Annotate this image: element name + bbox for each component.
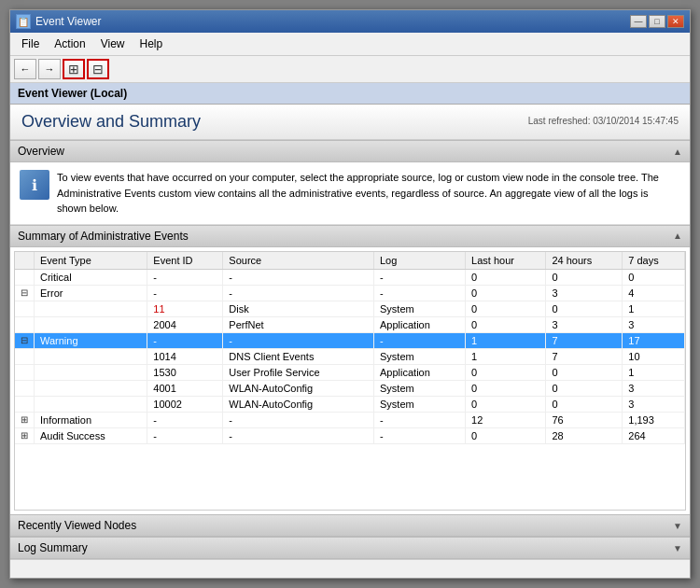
event-type-cell: Critical — [35, 269, 147, 285]
back-button[interactable]: ← — [14, 59, 36, 79]
d7-cell: 3 — [623, 396, 685, 412]
event-id-cell: 4001 — [147, 380, 223, 396]
source-cell: - — [223, 269, 374, 285]
log-cell: - — [374, 412, 466, 427]
event-type-cell — [35, 301, 147, 316]
last-hour-cell: 1 — [466, 332, 546, 348]
title-bar: 📋 Event Viewer — □ ✕ — [10, 10, 690, 33]
table-row[interactable]: 10002 WLAN-AutoConfig System 0 0 3 — [15, 396, 685, 412]
table-row[interactable]: Critical - - - 0 0 0 — [15, 269, 685, 285]
table-row[interactable]: ⊟ Error - - - 0 3 4 — [15, 285, 685, 301]
overview-collapse-icon[interactable]: ▲ — [673, 147, 682, 157]
view-toggle-button-2[interactable]: ⊟ — [87, 59, 109, 79]
h24-cell: 28 — [546, 427, 623, 443]
expand-cell — [15, 380, 35, 396]
menu-view[interactable]: View — [93, 35, 133, 53]
overview-icon: ℹ — [20, 170, 49, 200]
last-hour-cell: 1 — [466, 348, 546, 364]
event-type-cell: Warning — [35, 332, 147, 348]
last-hour-cell: 0 — [466, 285, 546, 301]
main-area: Overview and Summary Last refreshed: 03/… — [10, 105, 690, 559]
forward-button[interactable]: → — [38, 59, 61, 79]
expand-cell: ⊟ — [15, 285, 35, 301]
close-button[interactable]: ✕ — [667, 15, 684, 28]
minimize-button[interactable]: — — [630, 15, 647, 28]
summary-section-label: Summary of Administrative Events — [18, 230, 189, 243]
table-row[interactable]: 11 Disk System 0 0 1 — [15, 301, 685, 316]
event-id-cell: 10002 — [147, 396, 223, 412]
col-event-type: Event Type — [35, 252, 147, 270]
expand-cell — [15, 316, 35, 332]
h24-cell: 3 — [546, 316, 623, 332]
last-hour-cell: 0 — [466, 380, 546, 396]
event-type-cell — [35, 380, 147, 396]
recently-viewed-collapse-icon[interactable]: ▼ — [673, 521, 682, 531]
status-bar — [10, 559, 690, 578]
h24-cell: 7 — [546, 332, 623, 348]
log-cell: - — [374, 332, 466, 348]
h24-cell: 76 — [546, 412, 623, 427]
d7-cell: 4 — [623, 285, 685, 301]
expand-cell — [15, 269, 35, 285]
log-cell: System — [374, 348, 466, 364]
summary-collapse-icon[interactable]: ▲ — [673, 231, 682, 241]
menu-file[interactable]: File — [14, 35, 47, 53]
main-window: 📋 Event Viewer — □ ✕ File Action View He… — [9, 9, 691, 579]
last-hour-cell: 0 — [466, 316, 546, 332]
table-wrapper[interactable]: Event Type Event ID Source Log Last hour… — [14, 251, 686, 511]
log-summary-collapse-icon[interactable]: ▼ — [673, 543, 682, 553]
log-summary-section-header[interactable]: Log Summary ▼ — [10, 537, 690, 559]
col-source: Source — [223, 252, 374, 270]
last-hour-cell: 0 — [466, 427, 546, 443]
d7-cell: 17 — [623, 332, 685, 348]
summary-section-header[interactable]: Summary of Administrative Events ▲ — [10, 225, 690, 247]
d7-cell: 264 — [623, 427, 685, 443]
event-id-cell: - — [147, 285, 223, 301]
window-icon: 📋 — [16, 14, 31, 29]
menu-help[interactable]: Help — [133, 35, 171, 53]
expand-cell: ⊞ — [15, 427, 35, 443]
overview-text: To view events that have occurred on you… — [57, 170, 680, 217]
expand-cell — [15, 348, 35, 364]
overview-section-label: Overview — [18, 145, 64, 158]
log-cell: Application — [374, 364, 466, 380]
d7-cell: 3 — [623, 380, 685, 396]
source-cell: - — [223, 332, 374, 348]
source-cell: - — [223, 427, 374, 443]
content-area: Overview and Summary Last refreshed: 03/… — [10, 105, 690, 559]
expand-cell — [15, 396, 35, 412]
table-row[interactable]: ⊟ Warning - - - 1 7 17 — [15, 332, 685, 348]
event-id-cell: 1014 — [147, 348, 223, 364]
col-expand — [15, 252, 35, 270]
last-hour-cell: 0 — [466, 269, 546, 285]
expand-cell — [15, 364, 35, 380]
table-row[interactable]: 1530 User Profile Service Application 0 … — [15, 364, 685, 380]
event-table-section: Event Type Event ID Source Log Last hour… — [10, 247, 690, 515]
recently-viewed-section-header[interactable]: Recently Viewed Nodes ▼ — [10, 514, 690, 537]
log-cell: Application — [374, 316, 466, 332]
toolbar: ← → ⊞ ⊟ — [10, 56, 690, 83]
window-title: Event Viewer — [35, 15, 101, 28]
last-hour-cell: 0 — [466, 301, 546, 316]
log-summary-label: Log Summary — [18, 541, 88, 554]
menu-action[interactable]: Action — [47, 35, 92, 53]
h24-cell: 0 — [546, 364, 623, 380]
expand-cell: ⊟ — [15, 332, 35, 348]
table-row[interactable]: 4001 WLAN-AutoConfig System 0 0 3 — [15, 380, 685, 396]
d7-cell: 0 — [623, 269, 685, 285]
event-id-cell: 1530 — [147, 364, 223, 380]
table-row[interactable]: ⊞ Audit Success - - - 0 28 264 — [15, 427, 685, 443]
table-row[interactable]: 2004 PerfNet Application 0 3 3 — [15, 316, 685, 332]
last-hour-cell: 12 — [466, 412, 546, 427]
source-cell: PerfNet — [223, 316, 374, 332]
view-toggle-button-1[interactable]: ⊞ — [63, 59, 85, 79]
col-7days: 7 days — [623, 252, 685, 270]
recently-viewed-label: Recently Viewed Nodes — [18, 519, 136, 532]
table-row[interactable]: ⊞ Information - - - 12 76 1,193 — [15, 412, 685, 427]
last-hour-cell: 0 — [466, 364, 546, 380]
event-type-cell — [35, 316, 147, 332]
overview-section-header[interactable]: Overview ▲ — [10, 140, 690, 162]
source-cell: - — [223, 412, 374, 427]
table-row[interactable]: 1014 DNS Client Events System 1 7 10 — [15, 348, 685, 364]
maximize-button[interactable]: □ — [649, 15, 665, 28]
